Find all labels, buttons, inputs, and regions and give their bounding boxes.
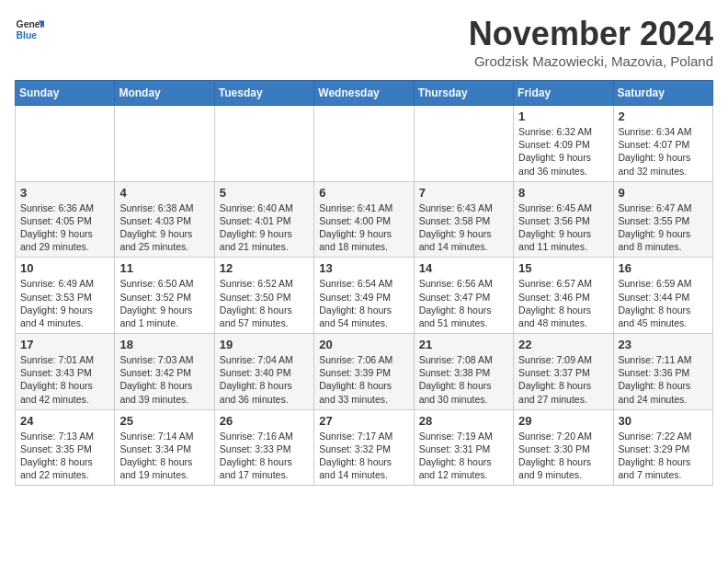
calendar-cell: 10Sunrise: 6:49 AM Sunset: 3:53 PM Dayli… xyxy=(16,258,115,334)
day-number: 29 xyxy=(518,414,608,428)
weekday-header: Saturday xyxy=(613,81,712,106)
day-info: Sunrise: 6:38 AM Sunset: 4:03 PM Dayligh… xyxy=(119,201,209,254)
calendar-cell: 4Sunrise: 6:38 AM Sunset: 4:03 PM Daylig… xyxy=(115,181,214,258)
calendar-cell: 29Sunrise: 7:20 AM Sunset: 3:30 PM Dayli… xyxy=(514,409,613,486)
calendar-cell: 25Sunrise: 7:14 AM Sunset: 3:34 PM Dayli… xyxy=(115,409,214,486)
day-number: 9 xyxy=(619,186,708,200)
day-number: 10 xyxy=(20,261,109,275)
day-info: Sunrise: 6:57 AM Sunset: 3:46 PM Dayligh… xyxy=(518,277,608,329)
page-header: General Blue November 2024 Grodzisk Mazo… xyxy=(15,15,713,69)
day-number: 2 xyxy=(619,109,708,123)
calendar-week-row: 3Sunrise: 6:36 AM Sunset: 4:05 PM Daylig… xyxy=(16,181,713,258)
calendar-cell: 1Sunrise: 6:32 AM Sunset: 4:09 PM Daylig… xyxy=(514,106,613,182)
day-info: Sunrise: 7:16 AM Sunset: 3:33 PM Dayligh… xyxy=(220,430,309,482)
calendar-cell: 5Sunrise: 6:40 AM Sunset: 4:01 PM Daylig… xyxy=(214,181,313,258)
day-number: 8 xyxy=(518,186,608,200)
calendar-cell xyxy=(314,106,414,182)
day-info: Sunrise: 6:49 AM Sunset: 3:53 PM Dayligh… xyxy=(20,277,109,329)
title-block: November 2024 Grodzisk Mazowiecki, Mazov… xyxy=(469,15,713,69)
calendar-cell: 24Sunrise: 7:13 AM Sunset: 3:35 PM Dayli… xyxy=(16,409,115,486)
day-number: 22 xyxy=(518,338,608,351)
weekday-header: Monday xyxy=(115,81,214,106)
day-number: 19 xyxy=(220,338,309,351)
day-info: Sunrise: 6:34 AM Sunset: 4:07 PM Dayligh… xyxy=(619,125,708,178)
day-number: 18 xyxy=(119,338,209,351)
day-number: 15 xyxy=(518,261,608,275)
calendar-cell: 22Sunrise: 7:09 AM Sunset: 3:37 PM Dayli… xyxy=(514,334,613,410)
calendar-cell: 9Sunrise: 6:47 AM Sunset: 3:55 PM Daylig… xyxy=(613,181,712,258)
calendar-cell xyxy=(214,106,313,182)
day-info: Sunrise: 6:41 AM Sunset: 4:00 PM Dayligh… xyxy=(319,201,408,254)
weekday-header: Sunday xyxy=(16,81,115,106)
day-number: 24 xyxy=(20,414,109,428)
calendar-week-row: 1Sunrise: 6:32 AM Sunset: 4:09 PM Daylig… xyxy=(16,106,713,182)
day-info: Sunrise: 6:59 AM Sunset: 3:44 PM Dayligh… xyxy=(619,277,708,329)
day-info: Sunrise: 7:09 AM Sunset: 3:37 PM Dayligh… xyxy=(518,353,608,406)
calendar-cell: 8Sunrise: 6:45 AM Sunset: 3:56 PM Daylig… xyxy=(514,181,613,258)
calendar-cell: 2Sunrise: 6:34 AM Sunset: 4:07 PM Daylig… xyxy=(613,106,712,182)
day-info: Sunrise: 7:01 AM Sunset: 3:43 PM Dayligh… xyxy=(20,353,109,406)
day-number: 27 xyxy=(319,414,408,428)
day-info: Sunrise: 6:36 AM Sunset: 4:05 PM Dayligh… xyxy=(20,201,109,254)
calendar-cell: 6Sunrise: 6:41 AM Sunset: 4:00 PM Daylig… xyxy=(314,181,414,258)
logo-icon: General Blue xyxy=(15,15,44,44)
day-number: 17 xyxy=(20,338,109,351)
calendar-cell xyxy=(414,106,513,182)
day-info: Sunrise: 7:17 AM Sunset: 3:32 PM Dayligh… xyxy=(319,430,408,482)
logo: General Blue xyxy=(15,15,44,44)
day-info: Sunrise: 6:32 AM Sunset: 4:09 PM Dayligh… xyxy=(518,125,608,178)
day-number: 13 xyxy=(319,261,408,275)
calendar-cell: 18Sunrise: 7:03 AM Sunset: 3:42 PM Dayli… xyxy=(115,334,214,410)
calendar-cell: 23Sunrise: 7:11 AM Sunset: 3:36 PM Dayli… xyxy=(613,334,712,410)
calendar-table: SundayMondayTuesdayWednesdayThursdayFrid… xyxy=(15,80,713,486)
day-number: 12 xyxy=(220,261,309,275)
day-number: 5 xyxy=(220,186,309,200)
day-number: 1 xyxy=(518,109,608,123)
day-number: 23 xyxy=(619,338,708,351)
calendar-cell xyxy=(16,106,115,182)
day-number: 6 xyxy=(319,186,408,200)
weekday-header: Wednesday xyxy=(314,81,414,106)
calendar-cell: 20Sunrise: 7:06 AM Sunset: 3:39 PM Dayli… xyxy=(314,334,414,410)
day-info: Sunrise: 7:08 AM Sunset: 3:38 PM Dayligh… xyxy=(419,353,508,406)
day-info: Sunrise: 7:22 AM Sunset: 3:29 PM Dayligh… xyxy=(619,430,708,482)
day-info: Sunrise: 7:14 AM Sunset: 3:34 PM Dayligh… xyxy=(119,430,209,482)
calendar-cell: 21Sunrise: 7:08 AM Sunset: 3:38 PM Dayli… xyxy=(414,334,513,410)
day-info: Sunrise: 7:11 AM Sunset: 3:36 PM Dayligh… xyxy=(619,353,708,406)
day-number: 11 xyxy=(119,261,209,275)
weekday-header: Tuesday xyxy=(214,81,313,106)
location-title: Grodzisk Mazowiecki, Mazovia, Poland xyxy=(469,53,713,69)
calendar-cell xyxy=(115,106,214,182)
calendar-cell: 15Sunrise: 6:57 AM Sunset: 3:46 PM Dayli… xyxy=(514,258,613,334)
day-info: Sunrise: 6:56 AM Sunset: 3:47 PM Dayligh… xyxy=(419,277,508,329)
calendar-cell: 14Sunrise: 6:56 AM Sunset: 3:47 PM Dayli… xyxy=(414,258,513,334)
calendar-cell: 7Sunrise: 6:43 AM Sunset: 3:58 PM Daylig… xyxy=(414,181,513,258)
day-number: 25 xyxy=(119,414,209,428)
calendar-cell: 28Sunrise: 7:19 AM Sunset: 3:31 PM Dayli… xyxy=(414,409,513,486)
calendar-cell: 13Sunrise: 6:54 AM Sunset: 3:49 PM Dayli… xyxy=(314,258,414,334)
day-info: Sunrise: 6:50 AM Sunset: 3:52 PM Dayligh… xyxy=(119,277,209,329)
day-info: Sunrise: 7:20 AM Sunset: 3:30 PM Dayligh… xyxy=(518,430,608,482)
month-title: November 2024 xyxy=(469,15,713,53)
day-number: 4 xyxy=(119,186,209,200)
day-number: 30 xyxy=(619,414,708,428)
day-number: 14 xyxy=(419,261,508,275)
day-info: Sunrise: 6:47 AM Sunset: 3:55 PM Dayligh… xyxy=(619,201,708,254)
calendar-cell: 17Sunrise: 7:01 AM Sunset: 3:43 PM Dayli… xyxy=(16,334,115,410)
day-info: Sunrise: 7:19 AM Sunset: 3:31 PM Dayligh… xyxy=(419,430,508,482)
day-info: Sunrise: 6:45 AM Sunset: 3:56 PM Dayligh… xyxy=(518,201,608,254)
day-number: 3 xyxy=(20,186,109,200)
svg-text:Blue: Blue xyxy=(17,30,38,40)
weekday-header: Thursday xyxy=(414,81,513,106)
calendar-cell: 11Sunrise: 6:50 AM Sunset: 3:52 PM Dayli… xyxy=(115,258,214,334)
calendar-cell: 16Sunrise: 6:59 AM Sunset: 3:44 PM Dayli… xyxy=(613,258,712,334)
calendar-header-row: SundayMondayTuesdayWednesdayThursdayFrid… xyxy=(16,81,713,106)
day-info: Sunrise: 7:04 AM Sunset: 3:40 PM Dayligh… xyxy=(220,353,309,406)
calendar-cell: 30Sunrise: 7:22 AM Sunset: 3:29 PM Dayli… xyxy=(613,409,712,486)
calendar-cell: 19Sunrise: 7:04 AM Sunset: 3:40 PM Dayli… xyxy=(214,334,313,410)
calendar-week-row: 10Sunrise: 6:49 AM Sunset: 3:53 PM Dayli… xyxy=(16,258,713,334)
day-info: Sunrise: 6:52 AM Sunset: 3:50 PM Dayligh… xyxy=(220,277,309,329)
day-info: Sunrise: 6:54 AM Sunset: 3:49 PM Dayligh… xyxy=(319,277,408,329)
day-number: 26 xyxy=(220,414,309,428)
calendar-cell: 3Sunrise: 6:36 AM Sunset: 4:05 PM Daylig… xyxy=(16,181,115,258)
